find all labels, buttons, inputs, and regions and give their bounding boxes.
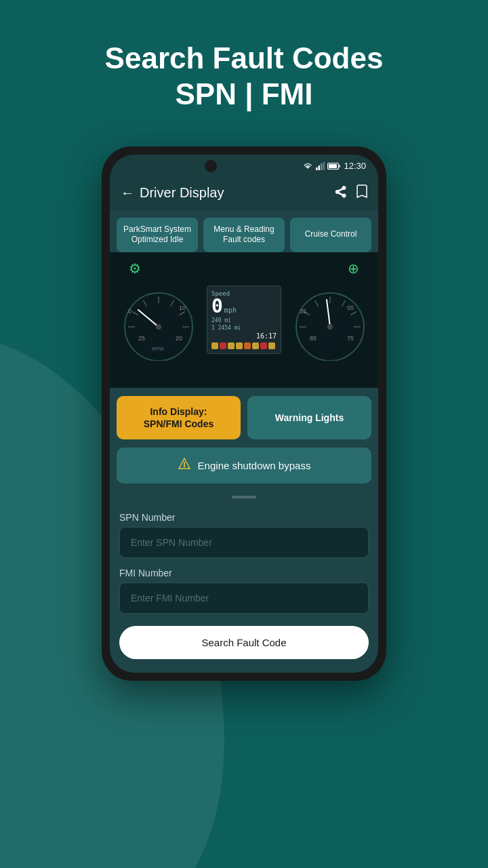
quick-btn-cruise[interactable]: Cruise Control bbox=[290, 218, 371, 252]
back-button[interactable]: ← bbox=[121, 185, 134, 201]
page-title: Search Fault Codes SPN | FMI bbox=[105, 41, 384, 113]
signal-icon bbox=[315, 162, 325, 170]
info-display-button[interactable]: Info Display: SPN/FMI Codes bbox=[117, 396, 241, 439]
dashboard-area: 0 10 20 25 RPM ⚙ Speed 0 mph bbox=[110, 252, 378, 388]
svg-point-33 bbox=[327, 324, 333, 330]
center-display: Speed 0 mph 240 mi 1 2454 mi 16:17 bbox=[207, 285, 281, 354]
svg-rect-5 bbox=[339, 165, 341, 167]
wifi-icon bbox=[303, 162, 312, 170]
svg-rect-0 bbox=[316, 167, 318, 170]
battery-icon bbox=[327, 162, 341, 170]
svg-point-17 bbox=[156, 324, 161, 330]
warning-lights-button[interactable]: Warning Lights bbox=[247, 396, 371, 439]
svg-text:55: 55 bbox=[347, 304, 354, 311]
svg-rect-1 bbox=[319, 165, 321, 170]
svg-text:10: 10 bbox=[179, 304, 186, 311]
svg-text:35: 35 bbox=[300, 308, 306, 315]
fmi-label: FMI Number bbox=[119, 568, 369, 578]
svg-text:0: 0 bbox=[128, 308, 131, 315]
phone-frame: 12:30 ← Driver Display bbox=[102, 146, 386, 682]
engine-section: Engine shutdown bypass bbox=[110, 448, 378, 490]
svg-text:75: 75 bbox=[347, 335, 354, 342]
left-gauge: 0 10 20 25 RPM ⚙ bbox=[110, 252, 207, 388]
status-bar: 12:30 bbox=[110, 155, 378, 178]
engine-shutdown-button[interactable]: Engine shutdown bypass bbox=[117, 448, 371, 484]
spn-label: SPN Number bbox=[119, 512, 369, 523]
status-icons: 12:30 bbox=[303, 161, 366, 171]
handle-bar bbox=[232, 496, 256, 498]
quick-btn-parksmart[interactable]: ParkSmart System Optimized Idle bbox=[117, 218, 198, 252]
bookmark-button[interactable] bbox=[357, 184, 367, 201]
search-fault-code-button[interactable]: Search Fault Code bbox=[119, 626, 369, 659]
svg-text:RPM: RPM bbox=[152, 346, 164, 352]
svg-text:85: 85 bbox=[310, 335, 317, 342]
form-section: SPN Number FMI Number Search Fault Code bbox=[110, 501, 378, 673]
engine-shutdown-label: Engine shutdown bypass bbox=[198, 460, 311, 471]
fmi-input[interactable] bbox=[119, 583, 369, 614]
main-buttons: Info Display: SPN/FMI Codes Warning Ligh… bbox=[110, 388, 378, 448]
system-indicator-icon: ⊕ bbox=[348, 260, 359, 277]
spn-input[interactable] bbox=[119, 527, 369, 558]
quick-actions: ParkSmart System Optimized Idle Menu & R… bbox=[110, 211, 378, 252]
header-right bbox=[335, 184, 367, 201]
status-time: 12:30 bbox=[344, 161, 366, 171]
engine-indicator-icon: ⚙ bbox=[129, 260, 141, 277]
header-left: ← Driver Display bbox=[121, 185, 224, 201]
svg-point-39 bbox=[183, 466, 184, 467]
svg-rect-6 bbox=[329, 164, 337, 168]
quick-btn-menu[interactable]: Menu & Reading Fault codes bbox=[203, 218, 285, 252]
svg-text:25: 25 bbox=[138, 335, 145, 342]
sheet-handle bbox=[110, 490, 378, 501]
svg-rect-2 bbox=[321, 163, 323, 170]
share-button[interactable] bbox=[335, 184, 347, 201]
phone-screen: 12:30 ← Driver Display bbox=[110, 155, 378, 673]
svg-rect-3 bbox=[323, 162, 325, 170]
right-gauge: 35 55 75 85 ⊕ bbox=[281, 252, 378, 388]
app-header: ← Driver Display bbox=[110, 178, 378, 211]
svg-text:20: 20 bbox=[176, 335, 182, 342]
app-title: Driver Display bbox=[140, 185, 224, 201]
engine-warning-icon bbox=[178, 457, 191, 474]
